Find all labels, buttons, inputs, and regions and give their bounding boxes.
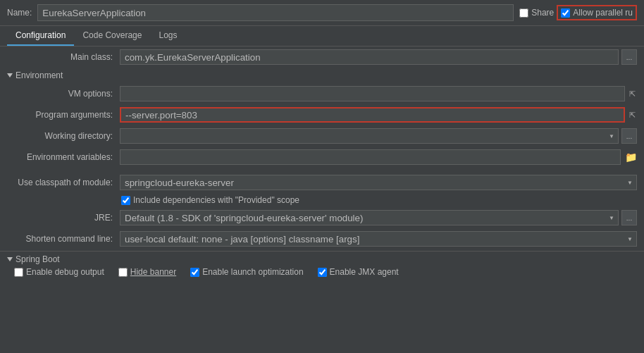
configuration-content: Main class: ... Environment VM options: … (0, 47, 644, 283)
environment-label: Environment (16, 70, 63, 80)
working-directory-row: Working directory: ... (0, 125, 644, 147)
enable-launch-optimization-label: Enable launch optimization (202, 267, 303, 277)
classpath-field: springcloud-eureka-server (120, 175, 637, 190)
main-class-row: Main class: ... (0, 47, 644, 68)
environment-variables-input[interactable] (120, 149, 621, 165)
shorten-command-label: Shorten command line: (7, 234, 120, 244)
classpath-label: Use classpath of module: (7, 178, 120, 187)
program-arguments-input[interactable] (120, 107, 625, 123)
main-class-field: ... (120, 49, 637, 65)
working-directory-field: ... (120, 128, 637, 144)
module-select[interactable]: springcloud-eureka-server (120, 175, 637, 190)
share-area: Share Allow parallel ru (519, 5, 637, 20)
include-dependencies-label: Include dependencies with "Provided" sco… (133, 195, 299, 205)
hide-banner-row: Hide banner (118, 267, 176, 277)
vm-options-field: ⇱ (120, 86, 637, 101)
enable-debug-checkbox[interactable] (14, 268, 23, 277)
hide-banner-label: Hide banner (130, 267, 176, 277)
jre-select[interactable]: Default (1.8 - SDK of 'springcloud-eurek… (120, 210, 619, 225)
environment-variables-label: Environment variables: (7, 152, 120, 162)
allow-parallel-label: Allow parallel ru (573, 8, 633, 18)
vm-options-input[interactable] (120, 86, 625, 101)
tab-configuration[interactable]: Configuration (7, 26, 74, 46)
jre-dropdown-wrapper[interactable]: Default (1.8 - SDK of 'springcloud-eurek… (120, 210, 619, 225)
tab-code-coverage[interactable]: Code Coverage (74, 26, 150, 46)
jre-row: JRE: Default (1.8 - SDK of 'springcloud-… (0, 207, 644, 228)
enable-launch-optimization-row: Enable launch optimization (190, 267, 303, 277)
name-label: Name: (7, 8, 32, 18)
jre-label: JRE: (7, 213, 120, 223)
allow-parallel-checkbox[interactable] (561, 8, 570, 18)
enable-jmx-label: Enable JMX agent (330, 267, 399, 277)
working-directory-dropdown[interactable] (120, 128, 619, 144)
vm-options-expand-button[interactable]: ⇱ (628, 89, 637, 99)
environment-variables-field: 📁 (120, 149, 637, 165)
shorten-command-dropdown-wrapper[interactable]: user-local default: none - java [options… (120, 231, 637, 247)
hide-banner-checkbox[interactable] (118, 268, 128, 277)
working-directory-label: Working directory: (7, 131, 120, 141)
enable-jmx-row: Enable JMX agent (318, 267, 399, 277)
enable-jmx-checkbox[interactable] (318, 268, 327, 277)
include-dependencies-checkbox-row: Include dependencies with "Provided" sco… (121, 195, 637, 205)
shorten-command-select[interactable]: user-local default: none - java [options… (120, 231, 637, 247)
shorten-command-field: user-local default: none - java [options… (120, 231, 637, 247)
main-class-browse-button[interactable]: ... (621, 49, 637, 65)
working-directory-select[interactable] (120, 128, 619, 144)
enable-launch-optimization-checkbox[interactable] (190, 268, 199, 277)
spring-boot-arrow-icon (7, 257, 13, 261)
shorten-command-row: Shorten command line: user-local default… (0, 228, 644, 249)
vm-options-label: VM options: (7, 89, 120, 99)
module-dropdown-wrapper[interactable]: springcloud-eureka-server (120, 175, 637, 190)
tab-logs[interactable]: Logs (150, 26, 185, 46)
jre-field: Default (1.8 - SDK of 'springcloud-eurek… (120, 210, 637, 225)
enable-debug-row: Enable debug output (14, 267, 104, 277)
environment-section-header[interactable]: Environment (0, 68, 644, 83)
spring-boot-options-row: Enable debug output Hide banner Enable l… (7, 264, 637, 280)
vm-options-row: VM options: ⇱ (0, 83, 644, 104)
share-label: Share (531, 8, 554, 18)
environment-variables-folder-icon[interactable]: 📁 (625, 151, 637, 163)
enable-debug-label: Enable debug output (26, 267, 104, 277)
include-dependencies-checkbox[interactable] (121, 196, 130, 205)
main-class-label: Main class: (7, 52, 120, 62)
top-bar: Name: Share Allow parallel ru (0, 0, 644, 26)
main-class-input[interactable] (120, 49, 619, 65)
program-arguments-field: ⇱ (120, 107, 637, 123)
spring-boot-section: Spring Boot Enable debug output Hide ban… (0, 251, 644, 283)
include-dependencies-row: Include dependencies with "Provided" sco… (0, 193, 644, 207)
spring-boot-label: Spring Boot (16, 254, 60, 264)
environment-variables-row: Environment variables: 📁 (0, 147, 644, 168)
program-arguments-label: Program arguments: (7, 110, 120, 120)
tabs-bar: Configuration Code Coverage Logs (0, 26, 644, 47)
program-arguments-expand-button[interactable]: ⇱ (628, 111, 637, 120)
working-directory-browse-button[interactable]: ... (621, 128, 637, 144)
jre-browse-button[interactable]: ... (621, 210, 637, 225)
spring-boot-section-header[interactable]: Spring Boot (7, 254, 637, 264)
classpath-row: Use classpath of module: springcloud-eur… (0, 172, 644, 193)
name-input[interactable] (37, 4, 514, 21)
allow-parallel-container: Allow parallel ru (557, 5, 637, 20)
program-arguments-row: Program arguments: ⇱ (0, 104, 644, 125)
environment-arrow-icon (7, 73, 13, 78)
share-checkbox[interactable] (519, 8, 528, 18)
